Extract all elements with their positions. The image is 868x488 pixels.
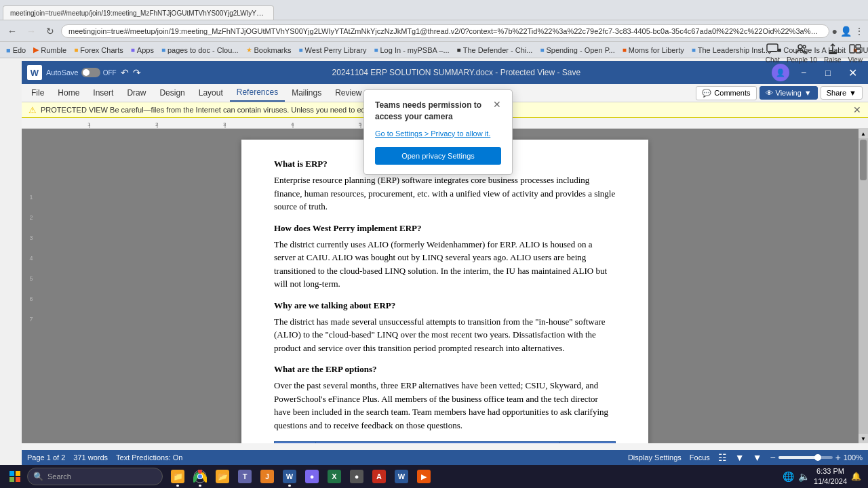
taskbar-app-misc3[interactable]: ▶ [413, 466, 435, 487]
protected-close-btn[interactable]: ✕ [853, 104, 861, 115]
address-bar[interactable]: meetingjoin=true#/meetup/join/19:meeting… [61, 24, 829, 38]
url-text: meetingjoin=true#/meetup/join/19:meeting… [68, 27, 829, 35]
tab-design[interactable]: Design [153, 85, 191, 101]
windows-logo-icon [9, 470, 21, 483]
svg-rect-25 [16, 477, 20, 482]
doc-scroll-area[interactable]: 1234567 What is ERP? Enterprise resource… [22, 129, 868, 443]
read-view-btn[interactable]: ▼ [735, 452, 745, 463]
autosave-toggle[interactable] [81, 68, 100, 77]
svg-rect-5 [856, 45, 861, 48]
chat-btn[interactable]: Chat [766, 42, 780, 64]
taskbar-search[interactable]: 🔍 Search [27, 468, 163, 485]
taskbar-clock[interactable]: 6:33 PM 11/4/2024 [814, 466, 847, 487]
svg-rect-4 [850, 45, 854, 53]
taskbar-app-chrome[interactable] [189, 466, 211, 487]
taskbar-app-java[interactable]: J [256, 466, 278, 487]
taskbar-app-explorer2[interactable]: 📂 [212, 466, 233, 487]
layout-view-btn[interactable]: ☷ [718, 452, 727, 463]
taskbar-app-teams[interactable]: T [234, 466, 256, 487]
tab-layout[interactable]: Layout [192, 85, 230, 101]
tab-mailings[interactable]: Mailings [285, 85, 328, 101]
back-btn[interactable]: ← [4, 23, 20, 39]
zoom-in-btn[interactable]: + [835, 452, 841, 463]
bookmark-apps[interactable]: ■ Apps [127, 45, 157, 55]
svg-rect-22 [9, 471, 14, 476]
forward-btn[interactable]: → [23, 23, 39, 39]
zoom-controls[interactable]: − + 100% [770, 452, 863, 463]
notification-btn[interactable]: 🔔 [851, 472, 861, 481]
scroll-thumb[interactable] [860, 140, 867, 180]
taskbar-app-word[interactable]: W [279, 466, 300, 487]
comments-btn[interactable]: 💬 Comments [696, 86, 756, 100]
bookmark-defender[interactable]: ■ The Defender - Chi... [454, 45, 536, 55]
word-maximize-btn[interactable]: □ [818, 61, 838, 84]
view-icon [848, 42, 862, 56]
bookmark-bookmarks[interactable]: ★ Bookmarks [243, 45, 295, 55]
reload-btn[interactable]: ↻ [42, 23, 58, 39]
raise-label: Raise [824, 56, 842, 64]
start-btn[interactable] [4, 466, 26, 487]
spending-icon: ■ [540, 46, 544, 54]
word-minimize-btn[interactable]: − [793, 61, 814, 84]
scroll-down-btn[interactable]: ▼ [859, 434, 868, 443]
focus-btn[interactable]: Focus [690, 453, 710, 462]
rumble-label: Rumble [41, 46, 66, 54]
print-view-btn[interactable]: ▼ [753, 452, 762, 463]
taskbar-app-misc1[interactable]: ● [301, 466, 323, 487]
taskbar-app-misc2[interactable]: ● [346, 466, 368, 487]
taskbar-volume-btn[interactable]: 🔈 [798, 471, 810, 482]
profile-btn[interactable]: 👤 [840, 26, 852, 37]
tab-home[interactable]: Home [51, 85, 86, 101]
settings-link[interactable]: Go to Settings > Privacy to allow it. [375, 129, 490, 138]
chevron-down-icon-share: ▼ [849, 89, 856, 97]
erp-table: ERP Notes/Highlights 5-year Costs LINQ K… [274, 441, 616, 443]
taskbar-network-btn[interactable]: 🌐 [783, 471, 794, 482]
zoom-out-btn[interactable]: − [770, 452, 775, 463]
people-btn[interactable]: People 10 [787, 42, 817, 64]
tab-file[interactable]: File [24, 85, 51, 101]
taskbar-app-word2[interactable]: W [391, 466, 412, 487]
viewing-btn[interactable]: 👁 Viewing ▼ [760, 86, 818, 100]
defender-icon: ■ [457, 46, 461, 54]
svg-rect-0 [767, 44, 778, 52]
redo-btn[interactable]: ↷ [133, 67, 141, 78]
share-btn[interactable]: Share ▼ [821, 86, 863, 100]
bookmark-edo[interactable]: ■ Edo [3, 45, 29, 55]
taskbar-apps: 📁 📂 T J W [164, 466, 437, 487]
bookmark-login[interactable]: ■ Log In - myPSBA –... [370, 45, 452, 55]
taskbar-app-adobe[interactable]: A [368, 466, 390, 487]
word-close-btn[interactable]: ✕ [842, 61, 863, 84]
tab-review[interactable]: Review [328, 85, 368, 101]
taskbar-right: 🌐 🔈 6:33 PM 11/4/2024 🔔 [783, 466, 864, 487]
open-privacy-btn[interactable]: Open privacy Settings [375, 147, 501, 165]
taskbar-app-explorer[interactable]: 📁 [167, 466, 189, 487]
raise-btn[interactable]: Raise [824, 42, 842, 64]
scroll-up-btn[interactable]: ▲ [859, 129, 868, 138]
bookmark-leadership[interactable]: ■ The Leadership Inst... [688, 45, 773, 55]
bookmark-moms[interactable]: ■ Moms for Liberty [619, 45, 688, 55]
spending-label: Spending - Open P... [546, 46, 614, 54]
bookmark-pages[interactable]: ■ pages to doc - Clou... [158, 45, 242, 55]
teams-close-btn[interactable]: ✕ [493, 100, 501, 109]
scrollbar[interactable]: ▲ ▼ [859, 129, 868, 443]
view-btn[interactable]: View [848, 42, 863, 64]
chevron-down-icon: ▼ [804, 89, 812, 97]
bookmarks-icon: ★ [246, 46, 252, 54]
tab-references[interactable]: References [230, 84, 285, 102]
tab-insert[interactable]: Insert [86, 85, 120, 101]
browser-tab[interactable]: meetingjoin=true#/meetup/join/19:meeting… [3, 5, 274, 20]
forex-label: Forex Charts [80, 46, 123, 54]
bookmark-forex[interactable]: ■ Forex Charts [71, 45, 127, 55]
tab-draw[interactable]: Draw [120, 85, 153, 101]
menu-btn[interactable]: ⋮ [854, 26, 864, 37]
taskbar-app-excel[interactable]: X [323, 466, 345, 487]
bookmark-library[interactable]: ■ West Perry Library [296, 45, 370, 55]
svg-rect-6 [856, 49, 861, 53]
bookmark-spending[interactable]: ■ Spending - Open P... [536, 45, 618, 55]
display-settings-btn[interactable]: Display Settings [628, 453, 682, 462]
extensions-btn[interactable]: ● [832, 26, 837, 37]
word-profile[interactable]: 👤 [772, 64, 789, 81]
undo-btn[interactable]: ↶ [121, 67, 129, 78]
bookmark-rumble[interactable]: ▶ Rumble [30, 45, 70, 55]
zoom-track[interactable] [778, 456, 833, 459]
